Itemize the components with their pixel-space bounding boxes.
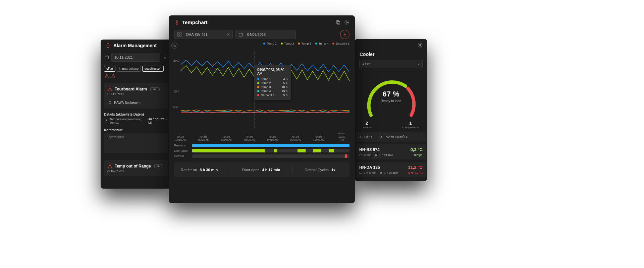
alarm-item-1[interactable]: Tourboard Alarm offen HH-TP 7241 RAWA Bo… [104, 83, 168, 109]
thermometer-icon [174, 20, 179, 25]
bell-icon [105, 43, 111, 48]
chart-legend: Temp 1 Temp 2 Temp 3 Temp 4 Setpoint 1 [263, 42, 350, 45]
warning-icon[interactable] [111, 73, 116, 78]
cooler-card: Cooler Asset ▾ 67 % Ready to load 2Ready… [355, 39, 427, 181]
alarm-item-2[interactable]: Temp out of Range offen OHA-JZ 451 [104, 160, 168, 176]
x-tick: 04/0612:30 PM [338, 132, 346, 142]
tempchart-card: Tempchart OHA-GV 461 ✕ 04/06/2023 [169, 15, 355, 203]
alarm-tabs: offen in Bearbeitung geschlossen [101, 63, 171, 81]
alarm-asset: HH-TP 7241 [107, 92, 164, 96]
svg-rect-7 [178, 35, 179, 36]
svg-point-1 [110, 102, 110, 103]
status-bars: Reefer on Door open Defrost [174, 144, 350, 158]
thermometer-icon [104, 118, 108, 124]
svg-rect-0 [105, 56, 109, 59]
alarm-header: Alarm Management [101, 40, 171, 52]
stats-bar: Reefer on8 h 30 min Door open4 h 17 min … [174, 162, 350, 177]
asset-item[interactable]: HN-DA 13511,2 °C 1 h 8 min 1 h 25 minSP1… [356, 162, 426, 177]
calendar-icon [238, 32, 245, 37]
alarm-date-input[interactable]: 10.11.2021 [111, 53, 160, 62]
asset-item[interactable]: HN-BZ 9740,3 °C 9 min 1 h 21 mintemp1 [356, 144, 426, 159]
gauge: 67 % Ready to load [361, 72, 421, 122]
range-row: C - 7.0 °C | VZ MOCKMÜHL [356, 132, 426, 142]
temp-chart[interactable]: °C Temp 1 Temp 2 Temp 3 Temp 4 Setpoint … [174, 45, 350, 142]
calendar-icon [104, 55, 109, 60]
qr-icon [177, 32, 183, 37]
svg-rect-6 [180, 33, 181, 34]
x-tick: 04/0607:15 AM [267, 135, 278, 142]
tab-geschlossen[interactable]: geschlossen [142, 66, 164, 72]
tempchart-title: Tempchart [182, 19, 208, 25]
download-button[interactable] [340, 30, 350, 39]
status-badge: offen [154, 164, 164, 168]
gear-icon[interactable] [418, 42, 423, 48]
svg-point-4 [346, 22, 347, 23]
pin-icon [378, 134, 383, 140]
bar-label-reefer: Reefer on [174, 144, 189, 147]
details-header: Details (aktuellste Daten) [104, 113, 168, 116]
cooler-title: Cooler [355, 52, 427, 57]
asset-select[interactable]: Asset ▾ [359, 60, 423, 68]
pin-icon [107, 100, 113, 105]
x-tick: 04/0612:15 AM [175, 135, 186, 142]
chart-tooltip: 04/06/2023, 05:30 AM Temp 14.3Temp 25.4T… [254, 65, 291, 100]
svg-rect-15 [360, 154, 362, 156]
status-badge: offen [150, 87, 160, 91]
x-tick: 04/0605:30 AM [244, 135, 256, 142]
warning-icon [107, 163, 113, 169]
reefer-bar [192, 144, 350, 147]
warning-icon[interactable] [104, 73, 109, 78]
svg-rect-5 [178, 33, 179, 34]
x-tick: 04/0602:00 AM [198, 135, 210, 142]
unit-badge: °C [171, 43, 177, 49]
svg-rect-8 [180, 35, 181, 36]
svg-rect-3 [336, 20, 339, 23]
chevron-down-icon: ▾ [418, 62, 420, 66]
comment-input[interactable]: Kommentar [104, 133, 168, 153]
tab-offen[interactable]: offen [104, 66, 115, 72]
door-bar [192, 149, 350, 152]
alarm-title: Alarm Management [113, 43, 157, 48]
comment-header: Kommentar [104, 128, 168, 132]
x-tick: 04/0610:45 AM [313, 135, 325, 142]
asset-input[interactable]: OHA-GV 461 ✕ [174, 30, 233, 39]
svg-point-14 [420, 44, 421, 46]
filter-icon[interactable] [162, 55, 168, 60]
gear-icon[interactable] [344, 20, 350, 25]
bar-label-defrost: Defrost [174, 154, 189, 158]
x-tick: 04/0609:00 AM [290, 135, 302, 142]
alarm-location: RAWA Bockenem [107, 100, 164, 105]
date-input[interactable]: 04/06/2023 [235, 30, 296, 39]
gauge-subtitle: Ready to load [361, 99, 421, 103]
svg-rect-2 [337, 21, 340, 24]
defrost-bar [192, 154, 350, 158]
clear-icon[interactable]: ✕ [227, 32, 230, 37]
copy-icon[interactable] [335, 20, 341, 25]
bar-label-door: Door open [174, 149, 189, 152]
alarm-item-title: Tourboard Alarm [115, 87, 147, 91]
alarm-management-card: Alarm Management 10.11.2021 offen in Bea… [101, 40, 171, 189]
details-line: Temperaturabweichung Temp1 -10.3 °C IST … [104, 118, 168, 124]
svg-rect-16 [360, 172, 362, 174]
warning-icon [107, 86, 113, 92]
svg-rect-9 [239, 33, 243, 36]
gauge-percent: 67 % [361, 90, 421, 98]
tab-in-bearbeitung[interactable]: in Bearbeitung [117, 66, 141, 72]
x-tick: 04/0603:45 AM [221, 135, 232, 142]
